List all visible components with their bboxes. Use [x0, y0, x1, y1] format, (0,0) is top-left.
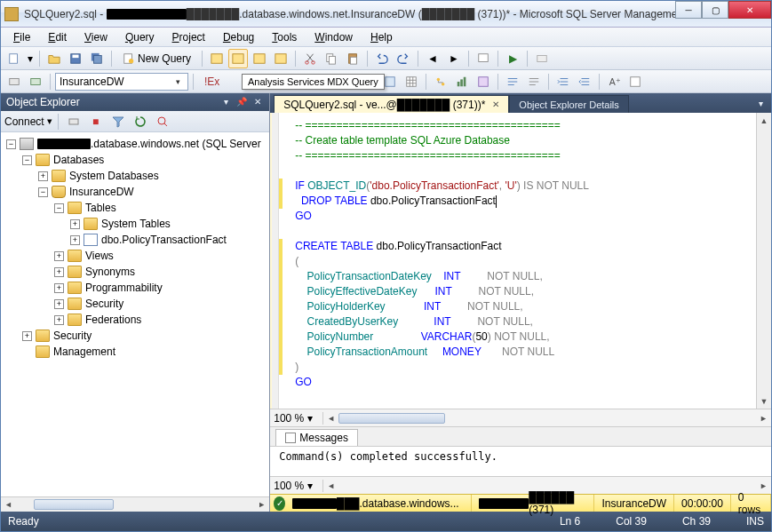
intellisense-button[interactable] — [625, 72, 645, 91]
maximize-button[interactable]: ▢ — [702, 1, 728, 19]
expand-icon[interactable]: + — [38, 171, 48, 181]
close-button[interactable]: ✕ — [728, 1, 771, 19]
search-button[interactable] — [153, 112, 172, 131]
dmx-query-button[interactable] — [250, 49, 269, 68]
panel-close-icon[interactable]: ✕ — [251, 96, 264, 108]
expand-icon[interactable]: + — [54, 267, 64, 277]
sql-editor[interactable]: -- =====================================… — [270, 113, 756, 409]
new-project-button[interactable] — [4, 49, 24, 68]
scroll-down-icon[interactable]: ▼ — [757, 393, 772, 409]
change-connection-button[interactable] — [4, 72, 24, 91]
stop-button[interactable]: ■ — [86, 112, 106, 131]
panel-pin-icon[interactable]: 📌 — [235, 96, 248, 108]
nav-fwd-button[interactable]: ► — [444, 49, 464, 68]
database-selector-input[interactable] — [56, 74, 171, 90]
results-grid-button[interactable] — [402, 72, 421, 91]
expand-icon[interactable]: + — [54, 251, 64, 261]
filter-button[interactable] — [108, 112, 128, 131]
comment-button[interactable] — [503, 72, 522, 91]
scroll-right-icon[interactable]: ► — [756, 414, 771, 423]
tree-policy-fact-table[interactable]: +dbo.PolicyTransactionFact — [3, 232, 269, 248]
tree-system-databases[interactable]: +System Databases — [3, 168, 269, 184]
uncomment-button[interactable] — [524, 72, 544, 91]
undo-button[interactable] — [372, 49, 392, 68]
execute-button[interactable]: ! Ex — [198, 72, 226, 91]
menu-view[interactable]: View — [77, 29, 115, 45]
expand-icon[interactable]: − — [22, 155, 32, 165]
expand-icon[interactable]: − — [38, 187, 48, 197]
tree-hscroll[interactable]: ◄ ► — [1, 496, 269, 512]
cut-button[interactable] — [300, 49, 320, 68]
new-project-dropdown[interactable]: ▾ — [26, 49, 35, 68]
specify-values-button[interactable]: A⁺ — [604, 72, 624, 91]
menu-window[interactable]: Window — [307, 29, 360, 45]
connection-dropdown[interactable] — [26, 72, 45, 91]
include-plan-button[interactable] — [431, 72, 450, 91]
tree-management[interactable]: Management — [3, 344, 269, 360]
outdent-button[interactable] — [575, 72, 594, 91]
menu-debug[interactable]: Debug — [216, 29, 261, 45]
tab-list-dropdown[interactable]: ▾ — [753, 99, 768, 113]
scroll-thumb[interactable] — [34, 499, 114, 510]
connect-button[interactable]: Connect — [4, 115, 44, 128]
editor-vscroll[interactable]: ▲ ▼ — [756, 113, 771, 409]
tree-server-node[interactable]: −.database.windows.net (SQL Server — [3, 136, 269, 152]
tree-federations[interactable]: +Federations — [3, 312, 269, 328]
tree-insurancedw[interactable]: −InsuranceDW — [3, 184, 269, 200]
scroll-left-icon[interactable]: ◄ — [1, 497, 16, 512]
indent-button[interactable] — [553, 72, 573, 91]
expand-icon[interactable]: − — [54, 203, 64, 213]
object-explorer-tree[interactable]: −.database.windows.net (SQL Server −Data… — [1, 132, 269, 496]
menu-edit[interactable]: Edit — [41, 29, 74, 45]
panel-dropdown-icon[interactable]: ▾ — [219, 96, 232, 108]
tree-programmability[interactable]: +Programmability — [3, 280, 269, 296]
trace-button[interactable] — [474, 72, 493, 91]
find-button[interactable] — [474, 49, 493, 68]
client-stats-button[interactable] — [452, 72, 472, 91]
menu-project[interactable]: Project — [165, 29, 212, 45]
activity-button[interactable] — [532, 49, 552, 68]
expand-icon[interactable]: + — [54, 315, 64, 325]
sql-code[interactable]: -- =====================================… — [279, 113, 756, 409]
db-engine-query-button[interactable] — [207, 49, 227, 68]
scroll-left-icon[interactable]: ◄ — [323, 414, 338, 423]
nav-back-button[interactable]: ◄ — [423, 49, 442, 68]
scroll-right-icon[interactable]: ► — [254, 497, 269, 512]
menu-tools[interactable]: Tools — [265, 29, 304, 45]
tree-system-tables[interactable]: +System Tables — [3, 216, 269, 232]
save-all-button[interactable] — [87, 49, 107, 68]
open-button[interactable] — [44, 49, 64, 68]
copy-button[interactable] — [322, 49, 341, 68]
expand-icon[interactable]: + — [70, 235, 80, 245]
scroll-up-icon[interactable]: ▲ — [757, 113, 772, 128]
menu-query[interactable]: Query — [118, 29, 162, 45]
tree-security[interactable]: +Security — [3, 328, 269, 344]
close-tab-icon[interactable]: ✕ — [492, 99, 499, 109]
zoom-selector-messages[interactable]: 100 % ▾ — [270, 480, 323, 492]
tab-sqlquery2[interactable]: SQLQuery2.sql - ve...@███████ (371))*✕ — [274, 95, 509, 113]
expand-icon[interactable]: + — [54, 299, 64, 309]
tree-databases[interactable]: −Databases — [3, 152, 269, 168]
tree-security-db[interactable]: +Security — [3, 296, 269, 312]
menu-file[interactable]: File — [6, 29, 37, 45]
expand-icon[interactable]: + — [22, 331, 32, 341]
mdx-query-button[interactable] — [228, 49, 248, 68]
start-debug-button[interactable]: ▶ — [503, 49, 522, 68]
editor-hscroll[interactable]: ◄ ► — [323, 413, 771, 424]
xmla-query-button[interactable] — [271, 49, 290, 68]
messages-hscroll[interactable]: ◄► — [323, 481, 771, 490]
expand-icon[interactable]: + — [70, 219, 80, 229]
tree-synonyms[interactable]: +Synonyms — [3, 264, 269, 280]
paste-button[interactable] — [343, 49, 362, 68]
tab-messages[interactable]: Messages — [275, 429, 358, 446]
expand-icon[interactable]: − — [6, 139, 16, 149]
disconnect-button[interactable] — [64, 112, 84, 131]
minimize-button[interactable]: ─ — [675, 1, 702, 19]
refresh-button[interactable] — [131, 112, 150, 131]
database-selector[interactable]: ▾ — [55, 73, 188, 91]
new-query-button[interactable]: New Query — [116, 49, 197, 68]
redo-button[interactable] — [394, 49, 413, 68]
zoom-selector[interactable]: 100 % ▾ — [270, 412, 323, 425]
messages-body[interactable]: Command(s) completed successfully. — [270, 446, 771, 476]
scroll-thumb[interactable] — [338, 413, 445, 424]
